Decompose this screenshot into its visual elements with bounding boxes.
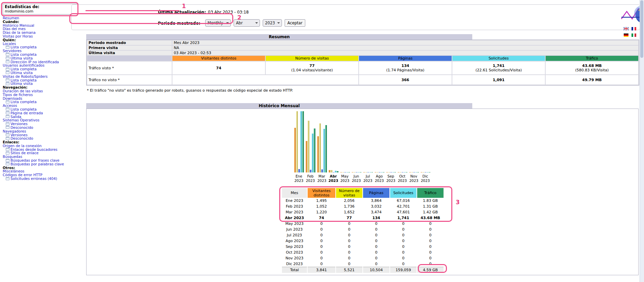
site-title-label: Estadísticas de: bbox=[5, 4, 39, 9]
summary-info-value: 03 Abr 2023 - 02:53 bbox=[172, 51, 638, 55]
cell-main-value: 74 bbox=[174, 66, 264, 70]
summary-info-row: Primera visitaNA bbox=[87, 46, 638, 50]
site-title-box: Estadísticas de: midominio.com bbox=[3, 4, 78, 15]
unseen-traffic-label: Tráfico no visto * bbox=[87, 75, 172, 85]
chart-bar bbox=[409, 172, 411, 172]
submenu-icon bbox=[6, 177, 9, 180]
chart-bar bbox=[388, 172, 390, 172]
summary-column-header-row: Visitantes distintosNúmero de visitasPág… bbox=[87, 56, 638, 61]
site-domain: midominio.com bbox=[5, 9, 33, 14]
submenu-icon bbox=[6, 68, 9, 71]
last-update-value: 03 Abr 2023 - 03:18 bbox=[208, 10, 249, 15]
summary-table: Periodo mostradoMes Abr 2023Primera visi… bbox=[86, 40, 639, 86]
monthly-table-cell: 134 bbox=[363, 215, 389, 221]
submenu-icon bbox=[6, 46, 9, 49]
chart-bar bbox=[337, 171, 338, 172]
monthly-table-cell: Oct 2023 bbox=[282, 250, 307, 255]
chart-bar bbox=[358, 172, 359, 172]
chart-bar bbox=[415, 172, 417, 172]
chart-bar bbox=[377, 172, 378, 172]
period-year-select[interactable]: 2023 bbox=[263, 19, 282, 27]
sidebar-link[interactable]: Búsquedas por palabras clave bbox=[10, 162, 64, 166]
monthly-total-cell: 4.59 GB bbox=[417, 267, 444, 273]
monthly-table-cell: 0 bbox=[308, 238, 335, 244]
monthly-table-cell: 0 bbox=[417, 221, 444, 227]
sidebar-link[interactable]: Solicitudes erróneas (404) bbox=[10, 177, 57, 181]
monthly-data-table: MesVisitantes distintosNúmero de visitas… bbox=[281, 188, 444, 273]
chart-month-label: Jun2023 bbox=[351, 174, 362, 183]
chart-month-label: Ago2023 bbox=[374, 174, 385, 183]
monthly-table-cell: 1,220 bbox=[308, 209, 335, 215]
chart-bar bbox=[411, 172, 413, 172]
monthly-table-cell: 0 bbox=[417, 250, 444, 255]
monthly-table-cell: Ago 2023 bbox=[282, 238, 307, 244]
period-month-select[interactable]: Abr bbox=[234, 19, 260, 27]
flag-germany-icon[interactable] bbox=[624, 33, 628, 37]
monthly-table-row: Ago 202300000 bbox=[282, 238, 444, 244]
monthly-table-cell: 0 bbox=[308, 227, 335, 232]
chart-bar bbox=[308, 121, 309, 172]
flag-italy-icon[interactable] bbox=[631, 33, 636, 37]
monthly-table-row: Sep 202300000 bbox=[282, 244, 444, 250]
chart-bar bbox=[417, 172, 419, 172]
chart-bar bbox=[302, 111, 304, 172]
period-shown-label: Periodo mostrado: bbox=[158, 21, 200, 26]
summary-column-header: Páginas bbox=[359, 56, 452, 61]
monthly-table-cell: 74 bbox=[308, 215, 335, 221]
monthly-table-cell: 0 bbox=[417, 244, 444, 250]
chart-bar bbox=[321, 169, 323, 172]
monthly-table-cell: Dic 2023 bbox=[282, 261, 307, 267]
monthly-table-cell: 0 bbox=[417, 255, 444, 261]
monthly-table-cell: 0 bbox=[336, 244, 362, 250]
chart-bar bbox=[300, 111, 302, 172]
monthly-table-cell: 0 bbox=[417, 232, 444, 238]
chart-bar bbox=[381, 172, 382, 172]
monthly-table-cell: 0 bbox=[417, 238, 444, 244]
monthly-table-cell: 0 bbox=[363, 250, 389, 255]
accept-button[interactable]: Aceptar bbox=[285, 19, 305, 27]
cell-sub-value: (22.61 Solicitudes/Visita) bbox=[454, 68, 544, 72]
monthly-table-cell: 1.31 GB bbox=[417, 204, 444, 209]
monthly-table-cell: 0 bbox=[308, 261, 335, 267]
chart-bar bbox=[325, 125, 327, 172]
chart-bar bbox=[400, 172, 401, 172]
monthly-table-cell: 0 bbox=[390, 227, 416, 232]
monthly-table-cell: 42,701 bbox=[390, 204, 416, 209]
chart-bar bbox=[294, 128, 296, 172]
flag-france-icon[interactable] bbox=[631, 27, 636, 30]
monthly-table-row: Dic 202300000 bbox=[282, 261, 444, 267]
chart-bar bbox=[306, 141, 307, 172]
monthly-column-header: Tráfico bbox=[417, 188, 444, 198]
chart-bar bbox=[367, 172, 369, 172]
submenu-icon bbox=[6, 78, 9, 81]
monthly-table-cell: 47,601 bbox=[390, 209, 416, 215]
chart-bar bbox=[383, 172, 384, 172]
chart-month-label: Nov2023 bbox=[408, 174, 420, 183]
flag-uk-icon[interactable] bbox=[624, 27, 628, 30]
monthly-table-cell: 0 bbox=[336, 221, 362, 227]
seen-traffic-label: Tráfico visto * bbox=[87, 62, 172, 74]
monthly-table-cell: 0 bbox=[363, 238, 389, 244]
monthly-table-cell: 0 bbox=[308, 255, 335, 261]
chart-bar bbox=[354, 172, 355, 172]
monthly-table-cell: 0 bbox=[336, 255, 362, 261]
monthly-table-cell: 1,741 bbox=[390, 215, 416, 221]
period-type-select-wrap: Monthly bbox=[205, 19, 231, 27]
monthly-table-cell: 1.83 GB bbox=[417, 198, 444, 204]
monthly-column-header: Mes bbox=[282, 188, 307, 198]
chart-bar bbox=[379, 172, 380, 172]
monthly-table-row: Feb 20231,0521,7363,03242,7011.31 GB bbox=[282, 204, 444, 209]
monthly-title: Histórico Mensual bbox=[86, 103, 472, 109]
monthly-table-cell: 67,016 bbox=[390, 198, 416, 204]
vertical-scrollbar[interactable] bbox=[640, 0, 644, 282]
monthly-table-row: Ene 20231,4952,0563,86467,0161.83 GB bbox=[282, 198, 444, 204]
chart-bar bbox=[402, 172, 403, 172]
summary-info-value: NA bbox=[172, 46, 638, 50]
submenu-icon bbox=[6, 56, 9, 60]
period-type-select[interactable]: Monthly bbox=[205, 19, 231, 27]
unseen-traffic-cell: 366 bbox=[359, 75, 452, 85]
monthly-table-cell: 3,474 bbox=[363, 209, 389, 215]
chart-month-label: Abr2023 bbox=[328, 174, 339, 183]
scrollbar-thumb[interactable] bbox=[640, 0, 643, 58]
chart-bar bbox=[375, 172, 376, 172]
